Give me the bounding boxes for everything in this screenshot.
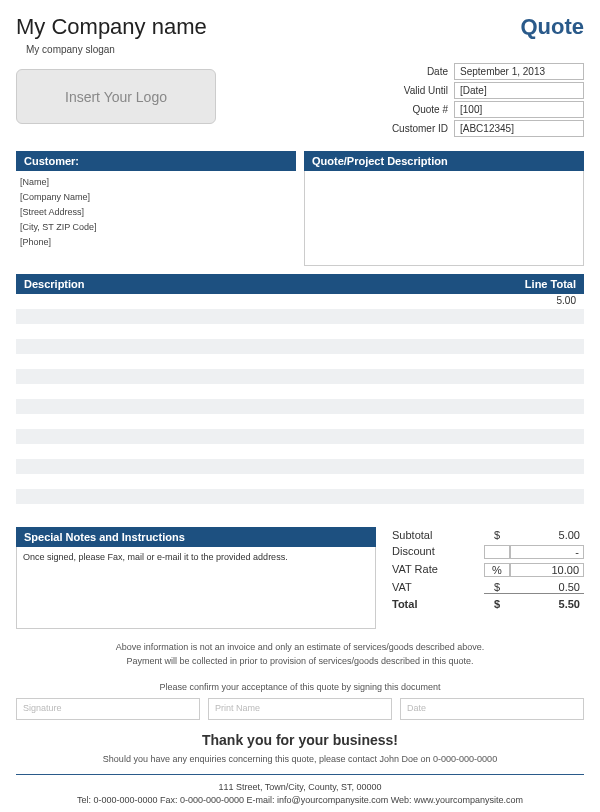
vat-rate-label: VAT Rate <box>384 563 484 577</box>
discount-value[interactable]: - <box>510 545 584 559</box>
line-row[interactable] <box>16 504 584 519</box>
line-description-cell[interactable] <box>16 429 494 444</box>
customer-name[interactable]: [Name] <box>20 177 292 187</box>
line-row[interactable] <box>16 474 584 489</box>
line-row[interactable] <box>16 459 584 474</box>
line-row[interactable] <box>16 369 584 384</box>
line-description-cell[interactable] <box>16 489 494 504</box>
line-total-cell[interactable] <box>494 429 584 444</box>
line-description-cell[interactable] <box>16 474 494 489</box>
quote-title: Quote <box>520 14 584 40</box>
footer: 111 Street, Town/City, County, ST, 00000… <box>16 774 584 806</box>
customer-city[interactable]: [City, ST ZIP Code] <box>20 222 292 232</box>
vat-value: 0.50 <box>510 581 584 594</box>
footer-address: 111 Street, Town/City, County, ST, 00000 <box>16 781 584 794</box>
totals: Subtotal $ 5.00 Discount - VAT Rate % 10… <box>384 527 584 629</box>
customer-company[interactable]: [Company Name] <box>20 192 292 202</box>
date-label: Date <box>384 66 454 77</box>
line-row[interactable] <box>16 384 584 399</box>
valid-until-label: Valid Until <box>384 85 454 96</box>
customer-body: [Name] [Company Name] [Street Address] [… <box>16 171 296 258</box>
line-total-cell[interactable] <box>494 369 584 384</box>
subtotal-currency: $ <box>484 529 510 541</box>
line-description-cell[interactable] <box>16 504 494 519</box>
quote-number-label: Quote # <box>384 104 454 115</box>
line-description-cell[interactable] <box>16 459 494 474</box>
project-header: Quote/Project Description <box>304 151 584 171</box>
subtotal-label: Subtotal <box>384 529 484 541</box>
line-row[interactable] <box>16 444 584 459</box>
company-name: My Company name <box>16 14 207 40</box>
line-total-cell[interactable]: 5.00 <box>494 294 584 309</box>
company-slogan: My company slogan <box>26 44 584 55</box>
customer-street[interactable]: [Street Address] <box>20 207 292 217</box>
line-row[interactable] <box>16 429 584 444</box>
line-total-cell[interactable] <box>494 354 584 369</box>
disclaimer-line1: Above information is not an invoice and … <box>16 641 584 655</box>
line-row[interactable] <box>16 309 584 324</box>
line-total-cell[interactable] <box>494 399 584 414</box>
total-label: Total <box>384 598 484 610</box>
disclaimer: Above information is not an invoice and … <box>16 641 584 668</box>
line-description-cell[interactable] <box>16 414 494 429</box>
line-description-cell[interactable] <box>16 369 494 384</box>
line-description-cell[interactable] <box>16 384 494 399</box>
line-total-cell[interactable] <box>494 309 584 324</box>
line-total-cell[interactable] <box>494 384 584 399</box>
disclaimer-line2: Payment will be collected in prior to pr… <box>16 655 584 669</box>
subtotal-value: 5.00 <box>510 529 584 541</box>
line-row[interactable] <box>16 339 584 354</box>
customer-header: Customer: <box>16 151 296 171</box>
line-description-cell[interactable] <box>16 399 494 414</box>
enquiry-text: Should you have any enquiries concerning… <box>16 754 584 764</box>
line-total-cell[interactable] <box>494 324 584 339</box>
customer-id-value[interactable]: [ABC12345] <box>454 120 584 137</box>
discount-currency <box>484 545 510 559</box>
line-row[interactable] <box>16 399 584 414</box>
signature-field[interactable]: Signature <box>16 698 200 720</box>
line-total-cell[interactable] <box>494 489 584 504</box>
thank-you: Thank you for your business! <box>16 732 584 748</box>
line-description-cell[interactable] <box>16 294 494 309</box>
confirm-text: Please confirm your acceptance of this q… <box>16 682 584 692</box>
total-currency: $ <box>484 598 510 610</box>
line-total-column-header: Line Total <box>494 274 584 294</box>
date-field[interactable]: Date <box>400 698 584 720</box>
line-description-cell[interactable] <box>16 354 494 369</box>
line-row[interactable]: 5.00 <box>16 294 584 309</box>
vat-label: VAT <box>384 581 484 594</box>
customer-id-label: Customer ID <box>384 123 454 134</box>
notes-body[interactable]: Once signed, please Fax, mail or e-mail … <box>16 547 376 629</box>
date-value[interactable]: September 1, 2013 <box>454 63 584 80</box>
line-total-cell[interactable] <box>494 459 584 474</box>
vat-currency: $ <box>484 581 510 594</box>
line-items: Description Line Total 5.00 <box>16 274 584 519</box>
quote-meta: Date September 1, 2013 Valid Until [Date… <box>384 63 584 139</box>
print-name-field[interactable]: Print Name <box>208 698 392 720</box>
line-total-cell[interactable] <box>494 414 584 429</box>
line-description-cell[interactable] <box>16 309 494 324</box>
vat-rate-symbol: % <box>484 563 510 577</box>
description-column-header: Description <box>16 274 494 294</box>
line-row[interactable] <box>16 324 584 339</box>
line-total-cell[interactable] <box>494 504 584 519</box>
line-row[interactable] <box>16 489 584 504</box>
discount-label: Discount <box>384 545 484 559</box>
line-row[interactable] <box>16 414 584 429</box>
vat-rate-value[interactable]: 10.00 <box>510 563 584 577</box>
line-description-cell[interactable] <box>16 444 494 459</box>
line-total-cell[interactable] <box>494 444 584 459</box>
line-description-cell[interactable] <box>16 324 494 339</box>
line-row[interactable] <box>16 354 584 369</box>
quote-number-value[interactable]: [100] <box>454 101 584 118</box>
customer-phone[interactable]: [Phone] <box>20 237 292 247</box>
notes-header: Special Notes and Instructions <box>16 527 376 547</box>
logo-placeholder[interactable]: Insert Your Logo <box>16 69 216 124</box>
line-description-cell[interactable] <box>16 339 494 354</box>
valid-until-value[interactable]: [Date] <box>454 82 584 99</box>
line-total-cell[interactable] <box>494 474 584 489</box>
project-description-body[interactable] <box>304 171 584 266</box>
footer-contact: Tel: 0-000-000-0000 Fax: 0-000-000-0000 … <box>16 794 584 807</box>
line-total-cell[interactable] <box>494 339 584 354</box>
total-value: 5.50 <box>510 598 584 610</box>
